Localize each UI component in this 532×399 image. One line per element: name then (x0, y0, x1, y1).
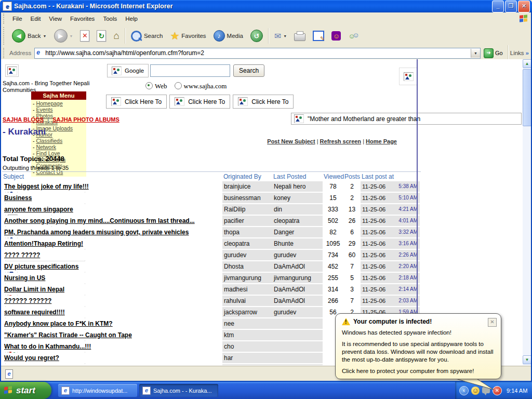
originated-by-cell: ktm (222, 330, 272, 340)
home-page-link[interactable]: Home Page (366, 138, 397, 144)
post-new-subject-link[interactable]: Post New Subject (267, 138, 315, 144)
msn-messenger-button[interactable] (344, 26, 362, 45)
menu-bar: File Edit View Favorites Tools Help (1, 12, 531, 25)
forward-button[interactable]: ▶ ▼ (50, 26, 77, 45)
last-post-at-cell: 11-25-064:21 AM (361, 204, 420, 215)
sajha-photo-albums-link[interactable]: SAJHA PHOTO ALBUMS (52, 116, 119, 123)
col-posts: Posts (343, 172, 361, 181)
topic-link[interactable]: ?????? ?????? (4, 297, 51, 304)
sidebar-menu-item: - Network (33, 144, 86, 150)
print-button[interactable] (290, 26, 309, 45)
scroll-up-button[interactable]: ▲ (523, 59, 531, 68)
back-button[interactable]: ◀ Back ▼ (8, 26, 50, 45)
topic-link[interactable]: Anybody know place to F*K in KTM? (4, 320, 113, 327)
menu-tools[interactable]: Tools (99, 14, 121, 24)
topic-link[interactable]: Business (4, 194, 32, 202)
address-dropdown-icon[interactable]: ▼ (471, 49, 480, 58)
vertical-scrollbar[interactable]: ▲ ▼ (523, 59, 531, 365)
address-input[interactable]: e http://www.sajha.com/sajha/html/openfo… (34, 48, 481, 59)
title-bar: e Sajha.com - - Kurakani - Microsoft Int… (0, 0, 532, 12)
posts-cell: 26 (343, 216, 361, 226)
radio-web[interactable]: Web (145, 82, 167, 90)
mail-dropdown-icon[interactable]: ▼ (283, 34, 287, 38)
balloon-tail (447, 378, 499, 391)
edit-button[interactable] (309, 26, 328, 45)
forward-dropdown-icon[interactable]: ▼ (70, 34, 73, 38)
click-here-banner[interactable]: Click Here To (233, 95, 294, 109)
history-button[interactable]: ↺ (247, 26, 267, 45)
originated-by-cell: thopa (222, 227, 272, 237)
start-button[interactable]: start (0, 382, 51, 399)
taskbar-task-2[interactable]: e Sajha.com - - Kuraka... (139, 384, 218, 397)
last-posted-cell: DaAmAdOl (272, 261, 323, 272)
viewed-cell: 314 (323, 284, 343, 295)
refresh-button[interactable]: ↻ (93, 26, 110, 45)
menu-help[interactable]: Help (121, 14, 142, 24)
topic-link[interactable]: What to do in Kathmandu...!!! (4, 343, 91, 350)
posts-cell: 60 (343, 250, 361, 260)
sidebar-menu-link[interactable]: Network (36, 144, 56, 150)
sidebar-menu-link[interactable]: Classifieds (36, 138, 62, 144)
sidebar-menu-link[interactable]: Events (36, 107, 52, 113)
topic-link[interactable]: Attention!Thapap Retiring! (4, 240, 83, 247)
menu-edit[interactable]: Edit (26, 14, 45, 24)
topic-link[interactable]: Dollar Limit in Nepal (4, 286, 64, 293)
yahoo-messenger-button[interactable]: ☺ (328, 26, 344, 45)
menu-favorites[interactable]: Favorites (66, 14, 99, 24)
last-posted-cell: cleopatra (272, 216, 323, 226)
home-button[interactable]: ⌂ (110, 26, 123, 45)
media-button[interactable]: ♪ Media (210, 26, 247, 45)
last-post-at-cell: 11-25-064:01 AM (361, 216, 420, 226)
sidebar-menu-link[interactable]: Homepage (36, 100, 62, 107)
scroll-down-button[interactable]: ▼ (523, 355, 531, 364)
click-here-banner[interactable]: Click Here To (106, 95, 167, 109)
google-search-bar: Google Search (107, 64, 264, 77)
table-row: Dollar Limit in Nepal madhesi DaAmAdOl 3… (2, 284, 421, 295)
originated-by-cell: gurudev (222, 250, 272, 260)
quote-ticker: "Mother and Motherland are greater than (291, 113, 522, 125)
mail-button[interactable]: ✉ ▼ (271, 26, 290, 45)
back-dropdown-icon[interactable]: ▼ (43, 34, 47, 38)
topic-link[interactable]: The biggest joke of my life!!! (4, 183, 89, 190)
topic-link[interactable]: Would you regret? (4, 354, 59, 362)
last-post-at-cell: 11-25-062:18 AM (361, 273, 420, 283)
topic-link[interactable]: Another song playing in my mind....Conti… (4, 217, 195, 224)
balloon-close-icon[interactable]: ✕ (488, 318, 497, 327)
broken-image-icon (294, 114, 304, 123)
section-links: SAJHA BLOGS | SAJHA PHOTO ALBUMS (3, 116, 119, 123)
topic-link[interactable]: software required!!!! (4, 309, 65, 316)
stop-button[interactable]: ✕ (76, 26, 93, 45)
topic-link[interactable]: Nursing in US (4, 274, 45, 282)
warning-icon (342, 318, 350, 325)
topic-link[interactable]: PM, Prachanda among leaders misusing gov… (4, 229, 189, 236)
go-button[interactable]: ➜ Go (484, 48, 503, 58)
radio-site[interactable]: www.sajha.com (175, 82, 227, 90)
topic-link[interactable]: anyone from singapore (4, 206, 73, 213)
scrollbar-thumb[interactable] (523, 69, 531, 126)
sajha-blogs-link[interactable]: SAJHA BLOGS (3, 116, 44, 123)
topic-link[interactable]: ???? ????? (4, 251, 40, 259)
balloon-line3[interactable]: Click here to protect your computer from… (342, 367, 495, 375)
menu-file[interactable]: File (8, 14, 26, 24)
spyware-warning-balloon[interactable]: Your computer is infected! ✕ Windows has… (335, 313, 501, 379)
broken-image-icon (238, 97, 248, 106)
close-button[interactable]: ✕ (518, 1, 530, 12)
google-label-cell: Google (107, 64, 149, 77)
last-post-at-cell: 11-25-062:03 AM (361, 296, 420, 306)
search-submit-button[interactable]: Search (233, 64, 264, 77)
taskbar-task-1[interactable]: e http://windowsupdat... (58, 384, 137, 397)
click-here-banner[interactable]: Click Here To (169, 95, 230, 109)
topic-link[interactable]: "Kramer's" Racist Tirade -- Caught on Ta… (4, 331, 132, 339)
favorites-button[interactable]: ★ Favorites (166, 26, 209, 45)
minimize-button[interactable]: _ (492, 1, 504, 12)
windows-flag-icon (4, 386, 13, 395)
search-button[interactable]: Search (127, 26, 166, 45)
links-bar[interactable]: Links » (510, 50, 529, 56)
search-input[interactable] (150, 64, 230, 77)
refresh-icon: ↻ (97, 30, 106, 42)
maximize-button[interactable]: ❐ (505, 1, 517, 12)
menu-view[interactable]: View (45, 14, 66, 24)
posts-cell: 2 (343, 181, 361, 192)
topic-link[interactable]: DV picture specifications (4, 263, 78, 270)
refresh-screen-link[interactable]: Refresh screen (320, 138, 362, 144)
